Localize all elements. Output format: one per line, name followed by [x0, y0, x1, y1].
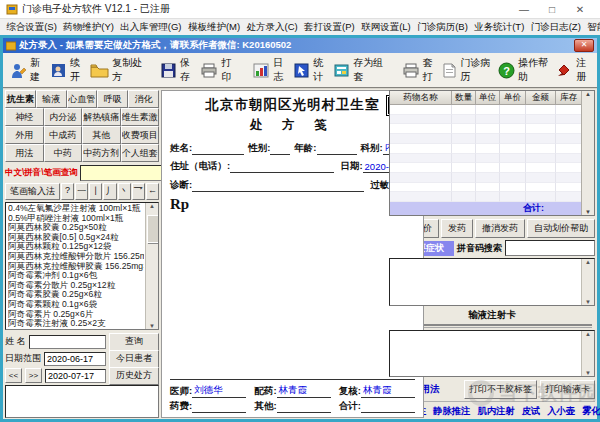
tab-chinese-herb[interactable]: 中药 [44, 144, 83, 162]
menu-item-inventory[interactable]: 出入库管理(G) [117, 21, 185, 34]
tab-infusion[interactable]: 输液 [36, 90, 67, 108]
today-patients-button[interactable]: 今日患者 [109, 350, 159, 368]
stats-button[interactable]: 统计 [290, 54, 330, 86]
stroke-key-horizontal[interactable]: 一 [75, 183, 88, 200]
drug-list-item[interactable]: 阿奇霉素片 0.25g×6片 [8, 310, 144, 320]
tab-digestive[interactable]: 消化 [128, 90, 159, 108]
date-to-input[interactable] [45, 369, 106, 383]
tab-antibiotics[interactable]: 抗生素 [5, 90, 36, 108]
drug-list-item[interactable]: 0.5%甲硝唑注射液 100ml×1瓶 [8, 214, 144, 224]
table-row[interactable] [390, 154, 582, 164]
stroke-ime-button[interactable]: 笔画输入法 [5, 183, 60, 200]
menu-item-log[interactable]: 门诊日志(Z) [528, 21, 585, 34]
stroke-key-backspace[interactable]: ← [146, 183, 159, 200]
scroll-up-icon[interactable]: ▲ [149, 203, 155, 209]
drug-list-item[interactable]: 阿莫西林克拉维酸钾分散片 156.25mg×18片 [8, 252, 144, 262]
menu-item-prescription-entry[interactable]: 处方录入(C) [243, 21, 301, 34]
drug-list-item[interactable]: 阿莫西林克拉维酸钾胶囊 156.25mg×18粒 [8, 262, 144, 272]
drug-list-item[interactable]: 阿莫西林胶囊[0.5] 0.5g×24粒 [8, 233, 144, 243]
tab-herb-formula[interactable]: 中药方剂 [82, 144, 121, 162]
link-small-pot[interactable]: 入小壶 [547, 405, 575, 418]
tab-vitamin-hormone[interactable]: 维生素激素 [121, 108, 160, 126]
col-unit[interactable]: 单位 [476, 91, 500, 105]
injection-card-textarea[interactable]: ▲ ▼ [389, 330, 595, 377]
table-row[interactable] [390, 183, 582, 193]
tab-antipyretic[interactable]: 解热镇痛 [82, 108, 121, 126]
menu-item-statistics[interactable]: 业务统计(T) [471, 21, 528, 34]
patient-name-input[interactable] [29, 335, 106, 349]
drug-list-item[interactable]: 阿奇霉素冲剂 0.1g×6包 [8, 271, 144, 281]
table-row[interactable] [390, 134, 582, 144]
drug-list-item[interactable]: 阿莫西林颗粒 0.125g×12袋 [8, 242, 144, 252]
table-row[interactable] [390, 144, 582, 154]
drug-list-item[interactable]: 0.4%左氧氟沙星注射液 100ml×1瓶 [8, 204, 144, 214]
drug-list-item[interactable]: 阿莫西林胶囊 0.25g×50粒 [8, 223, 144, 233]
dispense-button[interactable]: 发药 [441, 219, 473, 238]
menu-item-settings[interactable]: 综合设置(S) [3, 21, 60, 34]
child-close-button[interactable]: ✕ [574, 39, 594, 52]
link-nebulizer[interactable]: 雾化吸入 [582, 405, 600, 418]
pinyin-search-input[interactable] [505, 240, 595, 256]
print-infusion-card-button[interactable]: 打印输液卡 [540, 380, 595, 399]
close-button[interactable]: ✕ [566, 1, 594, 18]
tab-neurology[interactable]: 神经 [5, 108, 44, 126]
col-quantity[interactable]: 数量 [452, 91, 476, 105]
tab-personal-group[interactable]: 个人组套 [121, 144, 160, 162]
table-row[interactable] [390, 173, 582, 183]
date-from-input[interactable] [44, 352, 106, 366]
register-button[interactable]: 注册 [552, 54, 593, 86]
auto-price-help-button[interactable]: 自动划价帮助 [527, 219, 595, 238]
scroll-down-icon[interactable]: ▼ [585, 209, 591, 215]
stroke-key-dot[interactable]: 丶 [118, 183, 131, 200]
col-drug-name[interactable]: 药物名称 [390, 91, 452, 105]
scroll-down-icon[interactable]: ▼ [585, 299, 591, 305]
copy-prescription-button[interactable]: 复制处方 [87, 54, 146, 86]
table-row[interactable] [390, 115, 582, 125]
drug-list-item[interactable]: 阿奇霉素颗粒 0.1g×6袋 [8, 300, 144, 310]
stroke-key-left-falling[interactable]: 丿 [103, 183, 116, 200]
print-button[interactable]: 打印 [197, 54, 238, 86]
menu-item-network[interactable]: 联网设置(L) [358, 21, 414, 34]
menu-item-stroke-ime[interactable]: 智能笔画输入法(S) [584, 21, 600, 34]
save-group-button[interactable]: 存为组套 [330, 54, 387, 86]
help-button[interactable]: ? 操作帮助 [495, 54, 552, 86]
medical-record-button[interactable]: 门诊病历 [439, 54, 494, 86]
table-row[interactable] [390, 105, 582, 115]
minimize-button[interactable]: — [510, 1, 538, 18]
tab-topical[interactable]: 外用 [5, 126, 44, 144]
stroke-key-hook[interactable]: 乛 [132, 183, 145, 200]
table-row[interactable] [390, 163, 582, 173]
drug-list-item[interactable]: 阿奇霉素胶囊 0.25g×6粒 [8, 290, 144, 300]
print-sticker-button[interactable]: 打印不干胶标签 [464, 380, 537, 399]
tab-charge-items[interactable]: 收费项目 [121, 126, 160, 144]
prev-page-button[interactable]: << [5, 368, 22, 383]
tab-respiratory[interactable]: 呼吸 [97, 90, 128, 108]
history-prescriptions-button[interactable]: 历史处方 [109, 367, 159, 385]
tab-usage[interactable]: 用法 [5, 144, 44, 162]
address-field[interactable] [230, 162, 334, 173]
diagnosis-field[interactable] [192, 181, 364, 192]
link-intramuscular[interactable]: 肌内注射 [477, 405, 514, 418]
log-button[interactable]: 日志 [249, 54, 290, 86]
tab-other[interactable]: 其他 [82, 126, 121, 144]
table-row[interactable] [390, 192, 582, 202]
menu-item-medical-record[interactable]: 门诊病历(B) [414, 21, 471, 34]
scroll-up-icon[interactable]: ▲ [585, 91, 591, 97]
scroll-down-icon[interactable]: ▼ [149, 323, 155, 329]
menu-item-print-setup[interactable]: 套打设置(P) [301, 21, 358, 34]
table-row[interactable] [390, 124, 582, 134]
drug-list-scrollbar[interactable]: ▲ ▼ [145, 203, 158, 329]
scroll-down-icon[interactable]: ▼ [585, 370, 591, 376]
symptom-textarea[interactable]: ▲ ▼ [389, 258, 595, 306]
drug-list-item[interactable]: 阿奇霉素分散片 0.25g×12粒 [8, 281, 144, 291]
undo-dispense-button[interactable]: 撤消发药 [475, 219, 525, 238]
injection-scrollbar[interactable]: ▲ ▼ [581, 331, 594, 376]
save-button[interactable]: 保存 [157, 54, 197, 86]
age-field[interactable] [317, 144, 357, 155]
link-iv-push[interactable]: 静脉推注 [433, 405, 470, 418]
scroll-thumb[interactable] [147, 215, 159, 243]
scroll-up-icon[interactable]: ▲ [585, 259, 591, 265]
search-button[interactable]: 查询 [109, 333, 159, 351]
overlay-print-button[interactable]: 套打 [399, 54, 440, 86]
stroke-key-wildcard[interactable]: ? [61, 183, 74, 200]
